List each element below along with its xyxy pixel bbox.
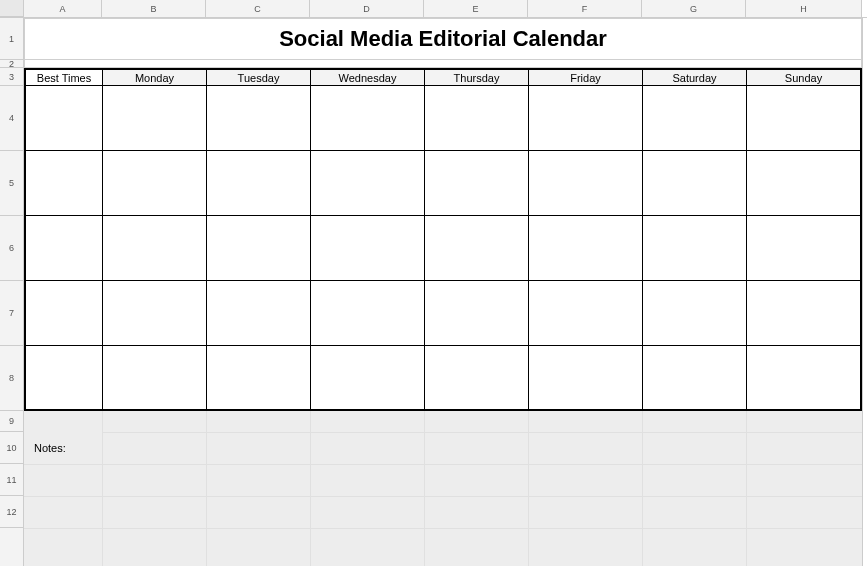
header-sunday[interactable]: Sunday <box>746 68 862 86</box>
cell[interactable] <box>642 281 746 346</box>
cell[interactable] <box>424 346 528 411</box>
header-monday[interactable]: Monday <box>102 68 206 86</box>
cell[interactable] <box>642 216 746 281</box>
col-header-H[interactable]: H <box>746 0 862 17</box>
calendar-row-5 <box>24 346 862 411</box>
calendar-row-3 <box>24 216 862 281</box>
cell[interactable] <box>528 86 642 151</box>
cell[interactable] <box>206 346 310 411</box>
cell[interactable] <box>310 216 424 281</box>
cell[interactable] <box>424 216 528 281</box>
page-title[interactable]: Social Media Editorial Calendar <box>24 18 862 60</box>
cell[interactable] <box>206 281 310 346</box>
cell[interactable] <box>310 346 424 411</box>
header-tuesday[interactable]: Tuesday <box>206 68 310 86</box>
row-header-7[interactable]: 7 <box>0 281 23 346</box>
row-header-11[interactable]: 11 <box>0 464 23 496</box>
row-header-6[interactable]: 6 <box>0 216 23 281</box>
cell[interactable] <box>102 281 206 346</box>
cell[interactable] <box>528 151 642 216</box>
cell[interactable] <box>310 86 424 151</box>
cell[interactable] <box>102 346 206 411</box>
row-header-9[interactable]: 9 <box>0 411 23 432</box>
cell[interactable] <box>424 151 528 216</box>
row-header-column: 1 2 3 4 5 6 7 8 9 10 11 12 <box>0 18 24 566</box>
cell[interactable] <box>102 216 206 281</box>
col-header-B[interactable]: B <box>102 0 206 17</box>
col-header-E[interactable]: E <box>424 0 528 17</box>
cell[interactable] <box>102 86 206 151</box>
calendar-row-4 <box>24 281 862 346</box>
row-header-10[interactable]: 10 <box>0 432 23 464</box>
header-friday[interactable]: Friday <box>528 68 642 86</box>
col-header-C[interactable]: C <box>206 0 310 17</box>
notes-label[interactable]: Notes: <box>24 432 102 464</box>
cell[interactable] <box>746 86 862 151</box>
spreadsheet-window: A B C D E F G H 1 2 3 4 5 6 7 8 9 10 11 … <box>0 0 867 566</box>
cell[interactable] <box>642 151 746 216</box>
row-2-spacer[interactable] <box>24 60 862 68</box>
col-header-A[interactable]: A <box>24 0 102 17</box>
cell[interactable] <box>206 216 310 281</box>
row-header-5[interactable]: 5 <box>0 151 23 216</box>
calendar-row-2 <box>24 151 862 216</box>
col-header-G[interactable]: G <box>642 0 746 17</box>
right-scrollbar-gutter <box>862 18 867 566</box>
cell[interactable] <box>24 151 102 216</box>
calendar-row-1 <box>24 86 862 151</box>
cell[interactable] <box>24 281 102 346</box>
cell[interactable] <box>528 346 642 411</box>
cell[interactable] <box>24 346 102 411</box>
cell[interactable] <box>24 86 102 151</box>
row-header-4[interactable]: 4 <box>0 86 23 151</box>
header-thursday[interactable]: Thursday <box>424 68 528 86</box>
cell[interactable] <box>746 281 862 346</box>
row-header-1[interactable]: 1 <box>0 18 23 60</box>
cell[interactable] <box>206 86 310 151</box>
cell[interactable] <box>528 281 642 346</box>
cell[interactable] <box>746 216 862 281</box>
cell[interactable] <box>24 216 102 281</box>
cell[interactable] <box>310 151 424 216</box>
row-header-8[interactable]: 8 <box>0 346 23 411</box>
cell[interactable] <box>310 281 424 346</box>
col-header-D[interactable]: D <box>310 0 424 17</box>
row-header-2[interactable]: 2 <box>0 60 23 68</box>
cell[interactable] <box>424 86 528 151</box>
header-best-times[interactable]: Best Times <box>24 68 102 86</box>
select-all-corner[interactable] <box>0 0 24 17</box>
cell[interactable] <box>424 281 528 346</box>
cell[interactable] <box>746 346 862 411</box>
calendar-header-row: Best Times Monday Tuesday Wednesday Thur… <box>24 68 862 86</box>
cell[interactable] <box>642 86 746 151</box>
col-header-F[interactable]: F <box>528 0 642 17</box>
spreadsheet-grid[interactable]: Social Media Editorial Calendar Best Tim… <box>24 18 867 566</box>
cell[interactable] <box>102 151 206 216</box>
header-wednesday[interactable]: Wednesday <box>310 68 424 86</box>
cell[interactable] <box>642 346 746 411</box>
cell[interactable] <box>206 151 310 216</box>
column-header-row: A B C D E F G H <box>0 0 867 18</box>
cell[interactable] <box>746 151 862 216</box>
header-saturday[interactable]: Saturday <box>642 68 746 86</box>
row-header-3[interactable]: 3 <box>0 68 23 86</box>
row-header-12[interactable]: 12 <box>0 496 23 528</box>
cell[interactable] <box>528 216 642 281</box>
